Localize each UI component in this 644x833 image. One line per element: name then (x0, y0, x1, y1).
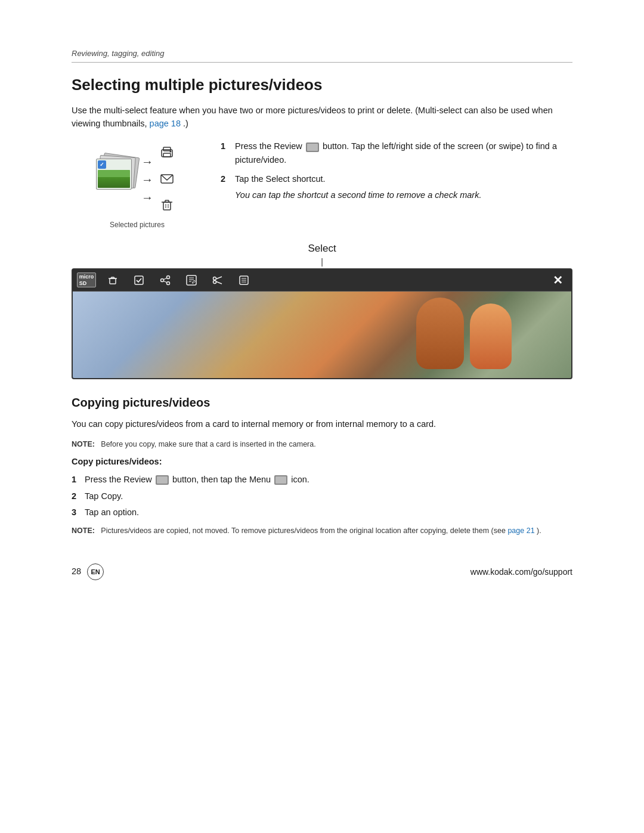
illustration-area: ✓ → → → (72, 138, 203, 230)
copy-step-3: 3 Tap an option. (72, 506, 572, 519)
copying-body-text: You can copy pictures/videos from a card… (72, 417, 572, 431)
intro-text-end: .) (183, 119, 188, 128)
svg-rect-2 (163, 153, 171, 157)
select-label-area: Select | (72, 241, 572, 266)
svg-rect-1 (163, 147, 171, 151)
svg-point-18 (167, 275, 170, 278)
toolbar-list-icon[interactable] (236, 272, 252, 288)
copy-step-2-num: 2 (72, 490, 80, 503)
svg-line-30 (216, 281, 222, 284)
intro-paragraph: Use the multi-select feature when you ha… (72, 104, 572, 131)
svg-line-22 (163, 278, 167, 280)
copy-step-3-num: 3 (72, 506, 80, 519)
page-18-link[interactable]: page 18 (150, 119, 181, 128)
arrow-1: → (141, 156, 153, 168)
step-1-content: Press the Review button. Tap the left/ri… (235, 140, 572, 166)
svg-rect-17 (135, 276, 143, 284)
page-21-link[interactable]: page 21 (507, 527, 534, 535)
steps-illustration-area: ✓ → → → (72, 138, 572, 230)
camera-toolbar: microSD (73, 270, 571, 292)
svg-point-20 (167, 281, 170, 284)
select-label-text: Select (308, 241, 336, 256)
arrows-column: → → → (141, 150, 153, 203)
envelope-icon (156, 168, 178, 188)
action-icons-column (156, 138, 178, 215)
toolbar-edit-icon[interactable] (184, 272, 199, 288)
illustration-caption: Selected pictures (110, 221, 165, 230)
footer-left: 28 EN (72, 563, 104, 580)
page-number: 28 (72, 565, 81, 578)
copy-step-1: 1 Press the Review button, then tap the … (72, 473, 572, 487)
section-divider (72, 62, 572, 63)
microsd-icon: microSD (79, 272, 94, 288)
page-container: Reviewing, tagging, editing Selecting mu… (0, 0, 644, 833)
steps-list: 1 Press the Review button. Tap the left/… (221, 138, 572, 208)
en-badge: EN (87, 563, 104, 580)
microsd-label: microSD (77, 272, 97, 288)
copy-step-1-text: Press the Review button, then tap the Me… (85, 473, 309, 487)
toolbar-share-icon[interactable] (157, 272, 173, 288)
copy-step-1-num: 1 (72, 473, 80, 487)
toolbar-close-icon[interactable]: ✕ (550, 272, 565, 288)
svg-rect-12 (110, 278, 116, 284)
copy-step-2: 2 Tap Copy. (72, 490, 572, 503)
select-arrow-down: | (321, 258, 323, 266)
stacked-photos: ✓ (96, 155, 139, 198)
copying-note: NOTE: Before you copy, make sure that a … (72, 439, 572, 450)
copy-step-2-text: Tap Copy. (85, 490, 123, 503)
note-text-body: Before you copy, make sure that a card i… (101, 440, 315, 448)
step-2-number: 2 (221, 172, 230, 186)
copy-note2: NOTE: Pictures/videos are copied, not mo… (72, 525, 572, 536)
svg-point-28 (213, 280, 216, 283)
trash-icon (156, 194, 178, 215)
step-2-note: You can tap the shortcut a second time t… (235, 188, 572, 202)
review-inline-icon (156, 475, 169, 485)
copying-section-title: Copying pictures/videos (72, 394, 572, 411)
copy-steps-list: 1 Press the Review button, then tap the … (72, 473, 572, 519)
step-1: 1 Press the Review button. Tap the left/… (221, 140, 572, 166)
note2-end: ). (537, 527, 541, 535)
photo-front: ✓ (96, 159, 132, 190)
note2-label: NOTE: (72, 527, 95, 535)
step-2-content: Tap the Select shortcut. You can tap the… (235, 172, 572, 202)
arrow-2: → (141, 174, 153, 185)
checkmark-badge: ✓ (98, 160, 106, 169)
arrow-3: → (141, 191, 153, 203)
photo-image (98, 170, 130, 188)
step-1-number: 1 (221, 140, 230, 153)
toolbar-scissors-icon[interactable] (210, 272, 225, 288)
main-title: Selecting multiple pictures/videos (72, 73, 572, 97)
review-button-icon (306, 143, 319, 152)
footer-url: www.kodak.com/go/support (470, 566, 572, 578)
svg-point-3 (170, 151, 172, 153)
page-footer: 28 EN www.kodak.com/go/support (72, 560, 572, 580)
camera-ui-container: microSD (72, 268, 572, 379)
pictures-group: ✓ → → → (96, 138, 178, 215)
copy-step-3-text: Tap an option. (85, 506, 139, 519)
toolbar-trash-icon[interactable] (105, 272, 120, 288)
svg-line-29 (216, 277, 222, 279)
svg-line-21 (163, 281, 167, 283)
camera-image-area (73, 292, 571, 378)
intro-text: Use the multi-select feature when you ha… (72, 106, 553, 128)
svg-point-27 (213, 277, 216, 280)
note2-text-body: Pictures/videos are copied, not moved. T… (101, 527, 506, 535)
menu-inline-icon (274, 475, 287, 485)
note-label: NOTE: (72, 440, 95, 448)
section-label: Reviewing, tagging, editing (72, 48, 572, 60)
printer-icon (156, 142, 178, 162)
copy-subhead: Copy pictures/videos: (72, 456, 572, 469)
toolbar-check-icon[interactable] (131, 272, 147, 288)
svg-point-19 (161, 278, 164, 281)
step-2: 2 Tap the Select shortcut. You can tap t… (221, 172, 572, 202)
svg-rect-5 (163, 202, 171, 210)
